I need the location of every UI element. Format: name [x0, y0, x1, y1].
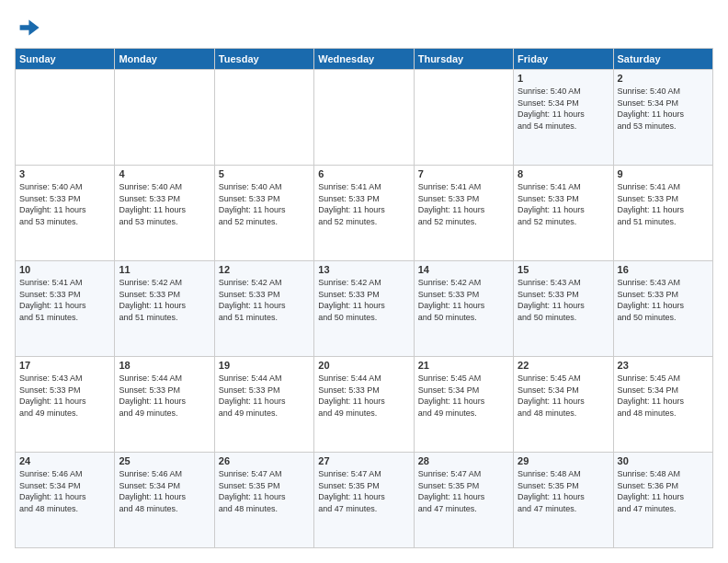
calendar-cell: 4Sunrise: 5:40 AM Sunset: 5:33 PM Daylig… [115, 166, 214, 261]
calendar-cell: 9Sunrise: 5:41 AM Sunset: 5:33 PM Daylig… [613, 166, 712, 261]
day-info: Sunrise: 5:41 AM Sunset: 5:33 PM Dayligh… [318, 181, 409, 227]
day-number: 4 [119, 168, 210, 179]
day-info: Sunrise: 5:46 AM Sunset: 5:34 PM Dayligh… [119, 468, 210, 514]
day-number: 9 [618, 168, 709, 179]
calendar-cell [16, 70, 115, 166]
calendar-cell: 14Sunrise: 5:42 AM Sunset: 5:33 PM Dayli… [414, 261, 513, 357]
day-number: 25 [119, 455, 210, 466]
day-number: 27 [318, 455, 409, 466]
day-info: Sunrise: 5:47 AM Sunset: 5:35 PM Dayligh… [219, 468, 310, 514]
calendar-cell: 29Sunrise: 5:48 AM Sunset: 5:35 PM Dayli… [514, 453, 613, 548]
day-info: Sunrise: 5:41 AM Sunset: 5:33 PM Dayligh… [19, 277, 110, 323]
calendar-cell: 11Sunrise: 5:42 AM Sunset: 5:33 PM Dayli… [115, 261, 214, 357]
calendar-cell [115, 70, 214, 166]
header [15, 15, 713, 40]
day-number: 21 [418, 360, 509, 371]
day-header-tuesday: Tuesday [214, 49, 313, 70]
day-number: 6 [318, 168, 409, 179]
day-info: Sunrise: 5:42 AM Sunset: 5:33 PM Dayligh… [418, 277, 509, 323]
day-info: Sunrise: 5:47 AM Sunset: 5:35 PM Dayligh… [318, 468, 409, 514]
day-number: 12 [219, 264, 310, 275]
calendar-week-row: 24Sunrise: 5:46 AM Sunset: 5:34 PM Dayli… [16, 453, 713, 548]
day-number: 16 [618, 264, 709, 275]
day-number: 23 [618, 360, 709, 371]
calendar-cell: 10Sunrise: 5:41 AM Sunset: 5:33 PM Dayli… [16, 261, 115, 357]
day-info: Sunrise: 5:42 AM Sunset: 5:33 PM Dayligh… [318, 277, 409, 323]
calendar-cell: 28Sunrise: 5:47 AM Sunset: 5:35 PM Dayli… [414, 453, 513, 548]
day-info: Sunrise: 5:40 AM Sunset: 5:33 PM Dayligh… [119, 181, 210, 227]
day-info: Sunrise: 5:40 AM Sunset: 5:33 PM Dayligh… [219, 181, 310, 227]
day-header-sunday: Sunday [16, 49, 115, 70]
day-info: Sunrise: 5:42 AM Sunset: 5:33 PM Dayligh… [219, 277, 310, 323]
calendar-cell: 2Sunrise: 5:40 AM Sunset: 5:34 PM Daylig… [613, 70, 712, 166]
calendar-cell: 19Sunrise: 5:44 AM Sunset: 5:33 PM Dayli… [214, 357, 313, 453]
day-number: 3 [19, 168, 110, 179]
page: SundayMondayTuesdayWednesdayThursdayFrid… [0, 0, 728, 563]
calendar-cell [314, 70, 414, 166]
day-info: Sunrise: 5:43 AM Sunset: 5:33 PM Dayligh… [19, 373, 110, 419]
day-number: 29 [518, 455, 609, 466]
day-number: 20 [318, 360, 409, 371]
calendar-cell: 5Sunrise: 5:40 AM Sunset: 5:33 PM Daylig… [214, 166, 313, 261]
calendar-cell: 27Sunrise: 5:47 AM Sunset: 5:35 PM Dayli… [314, 453, 414, 548]
calendar-header-row: SundayMondayTuesdayWednesdayThursdayFrid… [16, 49, 713, 70]
calendar-cell: 23Sunrise: 5:45 AM Sunset: 5:34 PM Dayli… [613, 357, 712, 453]
calendar-cell [414, 70, 513, 166]
calendar-cell: 21Sunrise: 5:45 AM Sunset: 5:34 PM Dayli… [414, 357, 513, 453]
calendar-cell: 8Sunrise: 5:41 AM Sunset: 5:33 PM Daylig… [514, 166, 613, 261]
day-info: Sunrise: 5:45 AM Sunset: 5:34 PM Dayligh… [418, 373, 509, 419]
calendar-cell: 3Sunrise: 5:40 AM Sunset: 5:33 PM Daylig… [16, 166, 115, 261]
calendar-cell: 6Sunrise: 5:41 AM Sunset: 5:33 PM Daylig… [314, 166, 414, 261]
day-number: 17 [19, 360, 110, 371]
day-number: 26 [219, 455, 310, 466]
day-info: Sunrise: 5:47 AM Sunset: 5:35 PM Dayligh… [418, 468, 509, 514]
day-header-friday: Friday [514, 49, 613, 70]
day-number: 15 [518, 264, 609, 275]
calendar-week-row: 17Sunrise: 5:43 AM Sunset: 5:33 PM Dayli… [16, 357, 713, 453]
day-info: Sunrise: 5:42 AM Sunset: 5:33 PM Dayligh… [119, 277, 210, 323]
day-number: 2 [618, 73, 709, 84]
calendar-cell: 20Sunrise: 5:44 AM Sunset: 5:33 PM Dayli… [314, 357, 414, 453]
day-info: Sunrise: 5:40 AM Sunset: 5:33 PM Dayligh… [19, 181, 110, 227]
day-number: 1 [518, 73, 609, 84]
day-info: Sunrise: 5:48 AM Sunset: 5:36 PM Dayligh… [618, 468, 709, 514]
day-number: 11 [119, 264, 210, 275]
logo-icon [15, 15, 40, 40]
day-number: 18 [119, 360, 210, 371]
calendar-cell: 13Sunrise: 5:42 AM Sunset: 5:33 PM Dayli… [314, 261, 414, 357]
day-info: Sunrise: 5:44 AM Sunset: 5:33 PM Dayligh… [318, 373, 409, 419]
day-info: Sunrise: 5:43 AM Sunset: 5:33 PM Dayligh… [618, 277, 709, 323]
calendar-cell: 24Sunrise: 5:46 AM Sunset: 5:34 PM Dayli… [16, 453, 115, 548]
calendar-cell: 17Sunrise: 5:43 AM Sunset: 5:33 PM Dayli… [16, 357, 115, 453]
day-info: Sunrise: 5:48 AM Sunset: 5:35 PM Dayligh… [518, 468, 609, 514]
day-header-wednesday: Wednesday [314, 49, 414, 70]
day-number: 24 [19, 455, 110, 466]
day-info: Sunrise: 5:44 AM Sunset: 5:33 PM Dayligh… [219, 373, 310, 419]
calendar-week-row: 1Sunrise: 5:40 AM Sunset: 5:34 PM Daylig… [16, 70, 713, 166]
day-number: 22 [518, 360, 609, 371]
day-info: Sunrise: 5:41 AM Sunset: 5:33 PM Dayligh… [518, 181, 609, 227]
day-info: Sunrise: 5:41 AM Sunset: 5:33 PM Dayligh… [418, 181, 509, 227]
day-number: 19 [219, 360, 310, 371]
day-header-monday: Monday [115, 49, 214, 70]
day-info: Sunrise: 5:41 AM Sunset: 5:33 PM Dayligh… [618, 181, 709, 227]
day-info: Sunrise: 5:46 AM Sunset: 5:34 PM Dayligh… [19, 468, 110, 514]
calendar-week-row: 3Sunrise: 5:40 AM Sunset: 5:33 PM Daylig… [16, 166, 713, 261]
calendar-table: SundayMondayTuesdayWednesdayThursdayFrid… [15, 48, 713, 548]
calendar-cell: 16Sunrise: 5:43 AM Sunset: 5:33 PM Dayli… [613, 261, 712, 357]
day-info: Sunrise: 5:44 AM Sunset: 5:33 PM Dayligh… [119, 373, 210, 419]
day-number: 5 [219, 168, 310, 179]
calendar-cell: 30Sunrise: 5:48 AM Sunset: 5:36 PM Dayli… [613, 453, 712, 548]
day-header-saturday: Saturday [613, 49, 712, 70]
calendar-cell: 12Sunrise: 5:42 AM Sunset: 5:33 PM Dayli… [214, 261, 313, 357]
calendar-cell: 15Sunrise: 5:43 AM Sunset: 5:33 PM Dayli… [514, 261, 613, 357]
logo [15, 15, 44, 40]
day-info: Sunrise: 5:40 AM Sunset: 5:34 PM Dayligh… [518, 86, 609, 132]
day-number: 14 [418, 264, 509, 275]
day-info: Sunrise: 5:43 AM Sunset: 5:33 PM Dayligh… [518, 277, 609, 323]
calendar-cell: 25Sunrise: 5:46 AM Sunset: 5:34 PM Dayli… [115, 453, 214, 548]
day-header-thursday: Thursday [414, 49, 513, 70]
day-number: 10 [19, 264, 110, 275]
day-info: Sunrise: 5:40 AM Sunset: 5:34 PM Dayligh… [618, 86, 709, 132]
calendar-cell: 26Sunrise: 5:47 AM Sunset: 5:35 PM Dayli… [214, 453, 313, 548]
